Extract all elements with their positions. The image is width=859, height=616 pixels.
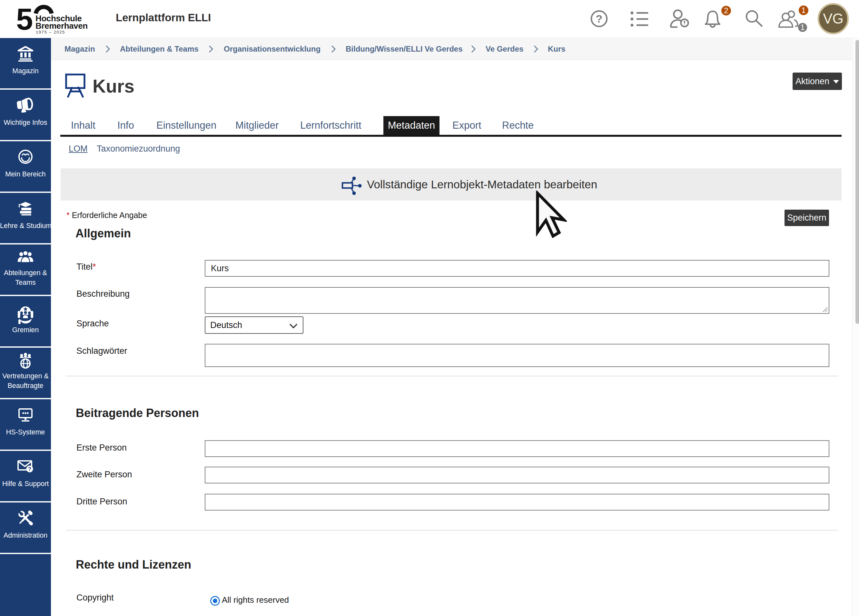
svg-text:?: ? (28, 466, 31, 472)
svg-text:?: ? (596, 13, 603, 25)
svg-text:1: 1 (801, 6, 806, 14)
svg-text:VG: VG (823, 11, 843, 27)
svg-text:1: 1 (800, 23, 804, 31)
svg-text:1975 – 2025: 1975 – 2025 (36, 30, 65, 34)
svg-text:5: 5 (16, 3, 33, 36)
svg-text:Bremerhaven: Bremerhaven (36, 21, 88, 31)
svg-text:2: 2 (724, 6, 728, 15)
